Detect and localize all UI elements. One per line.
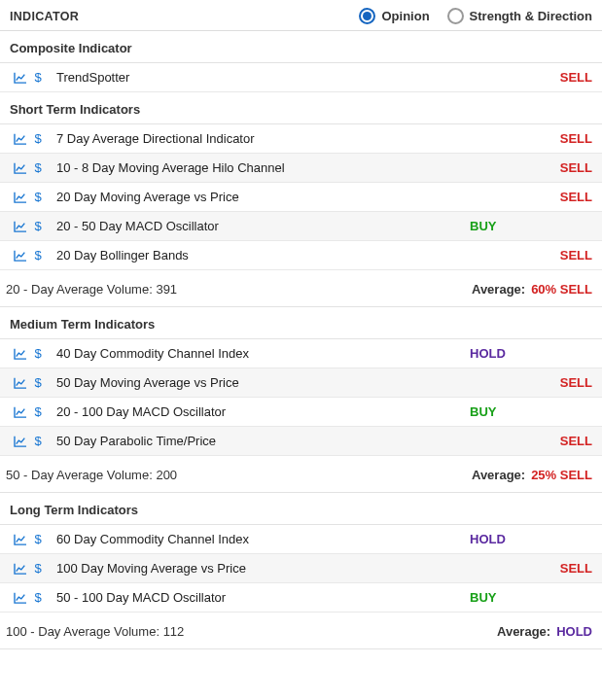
section-summary: 100 - Day Average Volume: 112Average:HOL… <box>0 612 602 649</box>
indicator-row: $50 - 100 Day MACD OscillatorBUY <box>0 583 602 612</box>
indicator-signal: SELL <box>544 131 592 146</box>
indicator-name[interactable]: 10 - 8 Day Moving Average Hilo Channel <box>56 160 285 175</box>
indicator-signal: SELL <box>544 434 592 448</box>
chart-icon[interactable] <box>12 192 29 203</box>
indicator-name[interactable]: 20 Day Bollinger Bands <box>56 248 189 262</box>
average-value: 60% SELL <box>531 282 592 297</box>
chart-icon[interactable] <box>12 592 29 604</box>
average-volume-text: 50 - Day Average Volume: 200 <box>6 468 177 482</box>
section-summary: 50 - Day Average Volume: 200Average:25% … <box>0 456 602 493</box>
dollar-icon[interactable]: $ <box>29 561 47 576</box>
indicator-row: $20 - 50 Day MACD OscillatorBUY <box>0 212 602 241</box>
section-summary: 20 - Day Average Volume: 391Average:60% … <box>0 270 602 307</box>
dollar-icon[interactable]: $ <box>29 219 47 233</box>
indicator-name[interactable]: 20 - 50 Day MACD Oscillator <box>56 219 219 233</box>
chart-icon[interactable] <box>12 377 29 389</box>
indicator-signal: SELL <box>544 190 592 204</box>
indicator-row: $10 - 8 Day Moving Average Hilo ChannelS… <box>0 154 602 183</box>
view-option-opinion[interactable]: Opinion <box>359 8 429 24</box>
dollar-icon[interactable]: $ <box>29 532 47 546</box>
view-option-strength-label: Strength & Direction <box>470 9 592 23</box>
chart-icon[interactable] <box>12 250 29 262</box>
dollar-icon[interactable]: $ <box>29 434 47 448</box>
section-header: Short Term Indicators <box>0 92 602 124</box>
indicator-row: $20 Day Moving Average vs PriceSELL <box>0 183 602 212</box>
indicator-name[interactable]: 60 Day Commodity Channel Index <box>56 532 249 546</box>
indicator-row: $50 Day Moving Average vs PriceSELL <box>0 368 602 398</box>
average-label: Average: <box>472 282 525 297</box>
average-value: 25% SELL <box>531 468 592 482</box>
chart-icon[interactable] <box>12 162 29 174</box>
dollar-icon[interactable]: $ <box>29 346 47 361</box>
dollar-icon[interactable]: $ <box>29 160 47 175</box>
indicator-name[interactable]: 50 Day Parabolic Time/Price <box>56 434 216 448</box>
indicator-panel: INDICATOR Opinion Strength & Direction C… <box>0 0 602 649</box>
indicator-name[interactable]: 7 Day Average Directional Indicator <box>56 131 255 146</box>
indicator-name[interactable]: 100 Day Moving Average vs Price <box>56 561 246 576</box>
section-header: Medium Term Indicators <box>0 307 602 339</box>
average-volume-text: 100 - Day Average Volume: 112 <box>6 624 184 639</box>
dollar-icon[interactable]: $ <box>29 590 47 605</box>
indicator-row: $7 Day Average Directional IndicatorSELL <box>0 124 602 154</box>
indicator-row: $20 Day Bollinger BandsSELL <box>0 241 602 270</box>
view-option-strength[interactable]: Strength & Direction <box>447 8 592 24</box>
indicator-signal: BUY <box>466 404 544 419</box>
indicator-row: $TrendSpotterSELL <box>0 63 602 92</box>
chart-icon[interactable] <box>12 563 29 575</box>
indicator-name[interactable]: 20 Day Moving Average vs Price <box>56 190 239 204</box>
indicator-name[interactable]: 50 Day Moving Average vs Price <box>56 375 239 390</box>
indicator-signal: SELL <box>544 70 592 85</box>
dollar-icon[interactable]: $ <box>29 131 47 146</box>
radio-unselected-icon <box>447 8 464 24</box>
dollar-icon[interactable]: $ <box>29 375 47 390</box>
chart-icon[interactable] <box>12 534 29 545</box>
indicator-signal: BUY <box>466 219 544 233</box>
indicator-row: $100 Day Moving Average vs PriceSELL <box>0 554 602 583</box>
average-value: HOLD <box>556 624 592 639</box>
indicator-signal: BUY <box>466 590 544 605</box>
indicator-row: $50 Day Parabolic Time/PriceSELL <box>0 427 602 456</box>
indicator-row: $60 Day Commodity Channel IndexHOLD <box>0 525 602 554</box>
indicator-signal: SELL <box>544 375 592 390</box>
dollar-icon[interactable]: $ <box>29 190 47 204</box>
average-label: Average: <box>472 468 525 482</box>
dollar-icon[interactable]: $ <box>29 70 47 85</box>
dollar-icon[interactable]: $ <box>29 248 47 262</box>
chart-icon[interactable] <box>12 221 29 232</box>
dollar-icon[interactable]: $ <box>29 404 47 419</box>
indicator-name[interactable]: 50 - 100 Day MACD Oscillator <box>56 590 226 605</box>
indicator-row: $40 Day Commodity Channel IndexHOLD <box>0 339 602 368</box>
chart-icon[interactable] <box>12 348 29 360</box>
chart-icon[interactable] <box>12 436 29 447</box>
chart-icon[interactable] <box>12 406 29 418</box>
average-label: Average: <box>497 624 550 639</box>
average-volume-text: 20 - Day Average Volume: 391 <box>6 282 177 297</box>
header-bar: INDICATOR Opinion Strength & Direction <box>0 0 602 31</box>
indicator-name[interactable]: TrendSpotter <box>56 70 129 85</box>
chart-icon[interactable] <box>12 72 29 84</box>
chart-icon[interactable] <box>12 133 29 145</box>
indicator-signal: SELL <box>544 160 592 175</box>
section-header: Long Term Indicators <box>0 493 602 525</box>
radio-selected-icon <box>359 8 375 24</box>
section-header: Composite Indicator <box>0 31 602 63</box>
header-title: INDICATOR <box>10 10 79 23</box>
indicator-row: $20 - 100 Day MACD OscillatorBUY <box>0 398 602 427</box>
indicator-signal: HOLD <box>466 532 544 546</box>
indicator-signal: HOLD <box>466 346 544 361</box>
indicator-signal: SELL <box>544 561 592 576</box>
view-option-opinion-label: Opinion <box>381 9 429 23</box>
indicator-name[interactable]: 40 Day Commodity Channel Index <box>56 346 249 361</box>
indicator-signal: SELL <box>544 248 592 262</box>
indicator-name[interactable]: 20 - 100 Day MACD Oscillator <box>56 404 226 419</box>
